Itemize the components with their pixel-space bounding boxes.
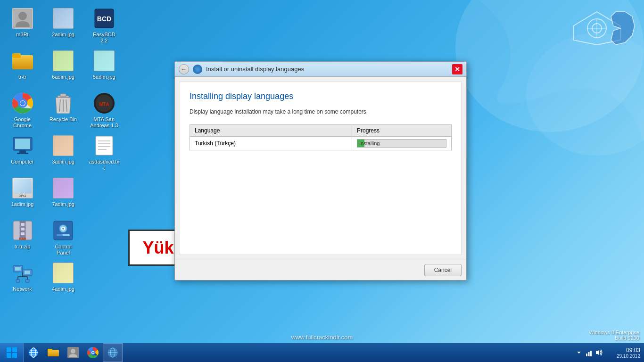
taskbar-globe-button[interactable] (103, 343, 123, 362)
1adim-label: 1adim.jpg (11, 201, 34, 207)
svg-text:MTA: MTA (99, 102, 109, 107)
svg-rect-20 (21, 232, 25, 235)
desktop-icon-computer[interactable]: Computer (5, 132, 40, 174)
mta-label: MTA San Andreas 1.3 (89, 116, 119, 129)
tray-volume-icon[interactable] (595, 349, 603, 356)
language-row: Turkish (Türkçe) Installing (190, 137, 452, 150)
desktop-icon-recycle-bin[interactable]: Recycle Bin (46, 90, 81, 132)
svg-point-75 (92, 352, 94, 354)
svg-rect-23 (15, 267, 21, 271)
dialog-title-text: Install or uninstall display languages (206, 66, 452, 73)
system-tray (571, 349, 606, 356)
svg-marker-58 (611, 12, 635, 45)
desktop-icon-tr-tr[interactable]: tr-tr (5, 47, 40, 90)
desktop-icons: m3Rt tr-tr (5, 5, 127, 335)
website-watermark: www.fullcrackindir.com (291, 334, 353, 341)
desktop-icon-easybcd[interactable]: BCD EasyBCD 2.2 (86, 5, 122, 47)
windows-version: Windows 8 Enterprise (589, 329, 639, 335)
svg-rect-30 (16, 280, 20, 282)
progress-bar-container: Installing (357, 139, 446, 148)
desktop-icon-1adim[interactable]: JPG 1adim.jpg (5, 174, 40, 217)
desktop-icon-m3rt[interactable]: m3Rt (5, 5, 40, 47)
svg-rect-18 (21, 223, 25, 226)
4adim-icon (53, 263, 74, 283)
svg-point-72 (71, 349, 75, 354)
desktop-icon-4adim[interactable]: 4adim.jpg (46, 259, 81, 302)
svg-point-40 (62, 228, 64, 230)
tr-tr-zip-label: tr-tr.zip (15, 244, 31, 250)
chrome-label: Google Chrome (7, 116, 38, 129)
svg-rect-62 (12, 353, 17, 358)
ie-icon (28, 347, 39, 358)
dialog-titlebar: ← Install or uninstall display languages… (175, 62, 466, 77)
recycle-bin-label: Recycle Bin (50, 116, 77, 123)
svg-rect-84 (590, 351, 592, 356)
5adim-icon (94, 50, 115, 71)
6adim-label: 6adim.jpg (52, 74, 74, 80)
computer-icon (12, 135, 33, 156)
col-progress: Progress (352, 125, 452, 137)
desktop-icon-mta[interactable]: MTA MTA San Andreas 1.3 (86, 90, 122, 132)
recycle-bin-icon (54, 93, 73, 114)
txt-icon (95, 135, 114, 156)
m3rt-label: m3Rt (16, 32, 28, 38)
top-right-logo (559, 9, 635, 47)
desktop-icon-asdasdxcd[interactable]: asdasdxcd.txt (86, 132, 122, 174)
dialog-close-button[interactable]: ✕ (452, 64, 462, 74)
7adim-icon (53, 178, 74, 198)
desktop-icon-2adim[interactable]: 2adim.jpg (46, 5, 81, 47)
4adim-label: 4adim.jpg (52, 286, 74, 292)
easybcd-label: EasyBCD 2.2 (89, 32, 119, 44)
desktop-icon-tr-tr-zip[interactable]: RAR tr-tr.zip (5, 217, 40, 259)
clock-time: 09:03 (626, 347, 640, 354)
svg-rect-6 (12, 53, 21, 58)
cancel-button[interactable]: Cancel (424, 264, 462, 276)
mta-icon: MTA (94, 93, 115, 114)
2adim-label: 2adim.jpg (52, 32, 74, 38)
taskbar-chrome-icon (87, 347, 99, 358)
tray-expand-icon[interactable] (575, 349, 583, 356)
desktop-icon-network[interactable]: Network (5, 259, 40, 302)
taskbar-ie-button[interactable] (24, 343, 43, 362)
svg-rect-83 (588, 352, 590, 356)
tr-tr-label: tr-tr (18, 74, 26, 80)
network-icon (12, 263, 33, 283)
dialog-back-button[interactable]: ← (179, 64, 189, 74)
svg-rect-61 (7, 353, 11, 358)
tray-network-icon[interactable] (585, 349, 593, 356)
tray-expand-arrow (576, 350, 582, 355)
1adim-icon: JPG (12, 178, 33, 198)
7adim-label: 7adim.jpg (52, 201, 74, 207)
svg-rect-42 (57, 234, 63, 236)
progress-cell: Installing (352, 137, 452, 150)
svg-rect-13 (15, 139, 30, 149)
dialog-globe-icon (193, 65, 202, 74)
control-panel-icon (53, 220, 74, 241)
svg-marker-85 (596, 350, 599, 355)
desktop-icon-3adim[interactable]: 3adim.jpg (46, 132, 81, 174)
svg-rect-25 (25, 271, 30, 274)
svg-rect-33 (60, 94, 66, 97)
desktop-icon-control-panel[interactable]: Control Panel (46, 217, 81, 259)
svg-rect-31 (25, 280, 29, 282)
svg-rect-15 (17, 153, 28, 154)
svg-rect-14 (19, 150, 26, 153)
taskbar-globe-icon (107, 347, 118, 358)
taskbar-user-button[interactable] (63, 343, 83, 362)
desktop-icon-7adim[interactable]: 7adim.jpg (46, 174, 81, 217)
taskbar-folder-button[interactable] (43, 343, 63, 362)
language-table: Language Progress Turkish (Türkçe) Insta… (190, 124, 452, 150)
desktop-icon-6adim[interactable]: 6adim.jpg (46, 47, 81, 90)
2adim-icon (53, 8, 74, 29)
taskbar: 09:03 29.10.2012 (0, 343, 644, 362)
taskbar-chrome-button[interactable] (83, 343, 103, 362)
taskbar-clock[interactable]: 09:03 29.10.2012 (606, 347, 644, 359)
m3rt-icon (12, 8, 33, 29)
desktop-icon-chrome[interactable]: Google Chrome (5, 90, 40, 132)
windows-build: Build 9200 (589, 335, 639, 341)
windows-info: Windows 8 Enterprise Build 9200 (589, 329, 639, 341)
easybcd-icon: BCD (94, 8, 115, 29)
taskbar-folder-icon (48, 348, 59, 357)
taskbar-start-button[interactable] (0, 343, 24, 362)
desktop-icon-5adim[interactable]: 5adim.jpg (86, 47, 122, 90)
